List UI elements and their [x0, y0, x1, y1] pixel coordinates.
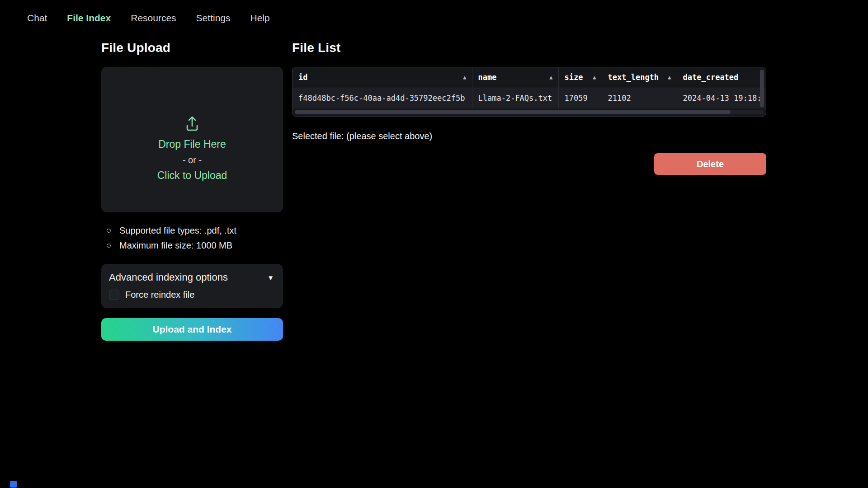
force-reindex-row[interactable]: Force reindex file: [109, 290, 274, 300]
force-reindex-checkbox[interactable]: [109, 290, 119, 300]
tab-settings[interactable]: Settings: [196, 13, 231, 23]
cell-size[interactable]: 17059: [558, 88, 602, 108]
upload-and-index-button[interactable]: Upload and Index: [101, 318, 283, 341]
file-list-title: File List: [292, 41, 766, 55]
click-to-upload-link[interactable]: Click to Upload: [157, 169, 227, 183]
column-header-name[interactable]: name▲: [472, 67, 558, 88]
sort-arrow-icon[interactable]: ▲: [549, 74, 552, 80]
column-header-size[interactable]: size▲: [558, 67, 602, 88]
selected-file-text: Selected file: (please select above): [292, 131, 766, 141]
sort-arrow-icon[interactable]: ▲: [463, 74, 466, 80]
tab-resources[interactable]: Resources: [131, 13, 176, 23]
cell-date_created[interactable]: 2024-04-13 19:18:: [677, 88, 766, 108]
table-horizontal-scrollbar[interactable]: [295, 110, 764, 114]
column-header-date_created[interactable]: date_created: [677, 67, 766, 88]
cell-id[interactable]: f48d48bc-f56c-40aa-ad4d-35792eec2f5b: [292, 88, 472, 108]
file-dropzone[interactable]: Drop File Here - or - Click to Upload: [101, 67, 283, 212]
upload-notes: Supported file types: .pdf, .txt Maximum…: [106, 223, 283, 253]
file-table: id▲name▲size▲text_length▲date_created f4…: [292, 67, 766, 108]
tab-help[interactable]: Help: [250, 13, 270, 23]
top-nav: Chat File Index Resources Settings Help: [0, 0, 868, 23]
horizontal-scrollbar-thumb[interactable]: [295, 110, 731, 114]
advanced-options-header[interactable]: Advanced indexing options ▼: [109, 272, 274, 283]
note-max-size: Maximum file size: 1000 MB: [106, 238, 283, 253]
corner-accent: [10, 481, 17, 488]
or-label: - or -: [183, 153, 202, 167]
drop-file-here-label: Drop File Here: [158, 137, 226, 151]
upload-icon: [184, 115, 201, 132]
delete-button[interactable]: Delete: [654, 153, 766, 175]
advanced-options-title: Advanced indexing options: [109, 272, 228, 283]
table-header-row: id▲name▲size▲text_length▲date_created: [292, 67, 766, 88]
table-body: f48d48bc-f56c-40aa-ad4d-35792eec2f5bLlam…: [292, 88, 766, 108]
sort-arrow-icon[interactable]: ▲: [593, 74, 596, 80]
chevron-down-icon[interactable]: ▼: [267, 274, 274, 282]
tab-chat[interactable]: Chat: [27, 13, 47, 23]
column-header-id[interactable]: id▲: [292, 67, 472, 88]
force-reindex-label[interactable]: Force reindex file: [125, 290, 194, 300]
tab-file-index[interactable]: File Index: [67, 13, 111, 23]
file-upload-title: File Upload: [101, 41, 283, 55]
file-list-panel: File List id▲name▲size▲text_length▲date_…: [292, 41, 766, 341]
file-table-container: id▲name▲size▲text_length▲date_created f4…: [292, 67, 766, 117]
file-upload-panel: File Upload Drop File Here - or - Click …: [101, 41, 283, 341]
cell-name[interactable]: Llama-2-FAQs.txt: [472, 88, 558, 108]
cell-text_length[interactable]: 21102: [602, 88, 677, 108]
sort-arrow-icon[interactable]: ▲: [668, 74, 671, 80]
column-header-text_length[interactable]: text_length▲: [602, 67, 677, 88]
table-vertical-scrollbar[interactable]: [760, 70, 764, 108]
advanced-options-accordion: Advanced indexing options ▼ Force reinde…: [101, 264, 283, 308]
table-row[interactable]: f48d48bc-f56c-40aa-ad4d-35792eec2f5bLlam…: [292, 88, 766, 108]
note-supported-types: Supported file types: .pdf, .txt: [106, 223, 283, 238]
